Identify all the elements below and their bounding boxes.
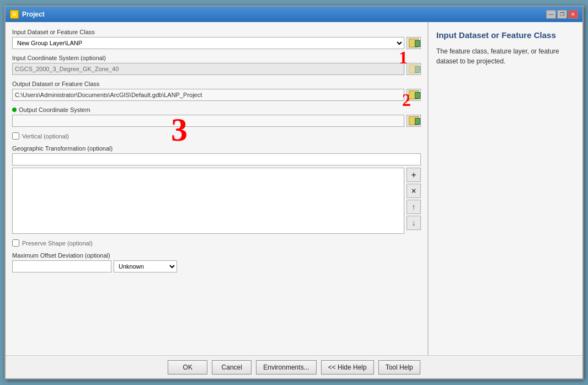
environments-button[interactable]: Environments... (256, 360, 316, 375)
geo-transform-buttons: + × ↑ ↓ (407, 168, 421, 234)
move-up-button[interactable]: ↑ (407, 200, 421, 214)
move-down-button[interactable]: ↓ (407, 216, 421, 230)
label-output-coord: Output Coordinate System (12, 106, 421, 113)
form-group-max-offset: Maximum Offset Deviation (optional) Unkn… (12, 252, 421, 272)
browse-btn-4[interactable] (407, 115, 421, 127)
vertical-label: Vertical (optional) (22, 133, 69, 140)
geo-transform-input[interactable] (12, 153, 421, 165)
offset-row: Unknown Meters Feet Decimal Degrees (12, 260, 421, 272)
right-panel-description: The feature class, feature layer, or fea… (436, 46, 575, 66)
left-panel: 3 Input Dataset or Feature Class New Gro… (6, 22, 428, 355)
output-dataset-field[interactable]: C:\Users\Administrator\Documents\ArcGIS\… (12, 89, 404, 101)
cancel-button[interactable]: Cancel (212, 360, 252, 375)
remove-transform-button[interactable]: × (407, 184, 421, 198)
minimize-button[interactable]: — (546, 10, 556, 19)
title-bar: ⚙ Project — ❐ ✕ (6, 7, 582, 22)
geo-transform-list (12, 168, 404, 234)
add-transform-button[interactable]: + (407, 168, 421, 182)
preserve-shape-row: Preserve Shape (optional) (12, 239, 421, 247)
label-output-dataset: Output Dataset or Feature Class (12, 81, 421, 87)
input-row-4 (12, 115, 421, 127)
browse-btn-2[interactable] (407, 63, 421, 75)
vertical-checkbox[interactable] (12, 132, 19, 140)
right-panel-title: Input Dataset or Feature Class (436, 30, 575, 41)
hide-help-button[interactable]: << Hide Help (321, 360, 374, 375)
offset-unit-select[interactable]: Unknown Meters Feet Decimal Degrees (114, 260, 177, 272)
input-dataset-select[interactable]: New Group Layer\LANP (12, 37, 404, 49)
close-button[interactable]: ✕ (568, 10, 578, 19)
input-row-2: CGCS_2000_3_Degree_GK_Zone_40 (12, 63, 421, 75)
vertical-checkbox-row: Vertical (optional) (12, 132, 421, 140)
preserve-shape-label: Preserve Shape (optional) (22, 240, 93, 247)
form-group-output-coord: Output Coordinate System (12, 106, 421, 127)
form-group-output-dataset: Output Dataset or Feature Class C:\Users… (12, 81, 421, 101)
label-geo-transform: Geographic Transformation (optional) (12, 145, 421, 152)
annotation-3: 3 (171, 113, 188, 146)
ok-button[interactable]: OK (168, 360, 207, 375)
browse-btn-3[interactable] (407, 89, 421, 101)
title-buttons: — ❐ ✕ (546, 10, 578, 19)
preserve-shape-checkbox[interactable] (12, 239, 19, 247)
form-group-input-coord: Input Coordinate System (optional) CGCS_… (12, 55, 421, 75)
annotation-1: 1 (399, 49, 408, 66)
input-row-1: New Group Layer\LANP (12, 37, 421, 49)
input-row-3: C:\Users\Administrator\Documents\ArcGIS\… (12, 89, 421, 101)
window-icon: ⚙ (10, 10, 19, 19)
right-panel: Input Dataset or Feature Class The featu… (428, 22, 582, 355)
required-indicator (12, 108, 17, 112)
bottom-bar: OK Cancel Environments... << Hide Help T… (6, 355, 582, 378)
title-bar-left: ⚙ Project (10, 10, 45, 19)
geo-transform-area: + × ↑ ↓ (12, 168, 421, 234)
form-group-geo-transform: Geographic Transformation (optional) + ×… (12, 145, 421, 234)
form-group-input-dataset: Input Dataset or Feature Class New Group… (12, 29, 421, 49)
browse-btn-1[interactable] (407, 37, 421, 49)
main-window: ⚙ Project — ❐ ✕ 3 Input Dataset or Featu… (4, 6, 584, 379)
output-coord-field[interactable] (12, 115, 404, 127)
tool-help-button[interactable]: Tool Help (378, 360, 420, 375)
label-max-offset: Maximum Offset Deviation (optional) (12, 252, 421, 259)
label-input-coord: Input Coordinate System (optional) (12, 55, 421, 61)
content-area: 3 Input Dataset or Feature Class New Gro… (6, 22, 582, 355)
window-title: Project (22, 10, 45, 18)
restore-button[interactable]: ❐ (557, 10, 567, 19)
offset-value-field[interactable] (12, 260, 111, 272)
label-input-dataset: Input Dataset or Feature Class (12, 29, 421, 35)
input-coord-field[interactable]: CGCS_2000_3_Degree_GK_Zone_40 (12, 63, 404, 75)
